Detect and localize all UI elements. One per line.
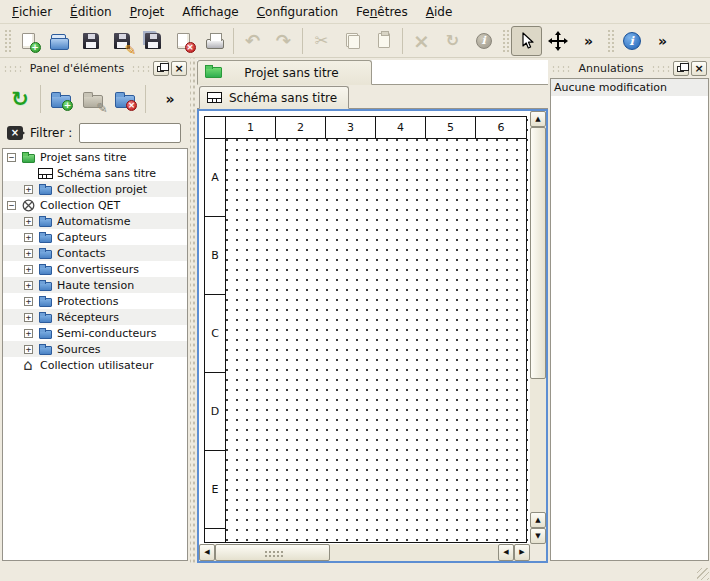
menu-fichier[interactable]: Fichier	[3, 0, 61, 23]
about-qet-button[interactable]: i	[616, 26, 647, 56]
save-button[interactable]	[75, 26, 106, 56]
close-panel-button[interactable]: ×	[691, 61, 707, 76]
horizontal-scrollbar: ◀ ◀ ▶	[199, 544, 546, 561]
delete-category-button[interactable]: ×	[109, 83, 141, 115]
expand-expander-icon[interactable]: +	[24, 313, 33, 322]
tree-item-convertisseurs[interactable]: +Convertisseurs	[3, 261, 187, 277]
float-panel-button[interactable]	[673, 61, 689, 76]
menu-aide[interactable]: Aide	[417, 0, 462, 23]
collapse-expander-icon[interactable]: −	[7, 201, 16, 210]
move-arrows-shape	[548, 31, 568, 51]
scroll-left-button[interactable]: ◀	[199, 544, 215, 561]
scrollbar-corner	[530, 544, 546, 561]
scroll-up-button[interactable]: ▲	[530, 111, 546, 127]
cursor-shape	[518, 32, 536, 50]
open-file-button[interactable]	[44, 26, 75, 56]
cut-button: ✂	[306, 26, 337, 56]
toolbar-handle[interactable]	[606, 28, 614, 54]
tree-item-projet-sans-titre[interactable]: −Projet sans titre	[3, 149, 187, 165]
project-tab-bar: Projet sans titre	[197, 60, 548, 85]
project-tab-label: Projet sans titre	[222, 66, 361, 80]
tree-item-collection-utilisateur[interactable]: ⌂Collection utilisateur	[3, 357, 187, 373]
size-grip-icon[interactable]	[697, 568, 709, 580]
tree-item-capteurs[interactable]: +Capteurs	[3, 229, 187, 245]
scroll-up-button-bottom[interactable]: ▲	[530, 512, 546, 528]
close-file-button[interactable]: ×	[168, 26, 199, 56]
copy-pages-shape	[346, 33, 360, 49]
expand-expander-icon[interactable]: +	[24, 297, 33, 306]
reload-collections-button[interactable]: ↻	[4, 83, 36, 115]
expand-expander-icon[interactable]: +	[24, 217, 33, 226]
chevron-glyph: »	[658, 34, 667, 48]
expand-expander-icon[interactable]: +	[24, 345, 33, 354]
cursor-icon	[515, 29, 539, 53]
save-icon	[79, 29, 103, 53]
new-category-button[interactable]: +	[45, 83, 77, 115]
expand-expander-icon[interactable]: +	[24, 233, 33, 242]
row-header-C: C	[205, 295, 225, 373]
toolbar-separator	[145, 85, 146, 113]
tree-item-contacts[interactable]: +Contacts	[3, 245, 187, 261]
help-overflow-button[interactable]: »	[647, 26, 678, 56]
tree-item-recepteurs[interactable]: +Récepteurs	[3, 309, 187, 325]
category-folder-icon	[39, 314, 52, 323]
tree-item-sources[interactable]: +Sources	[3, 341, 187, 357]
plus-badge-icon: +	[30, 42, 41, 53]
expand-expander-icon[interactable]: +	[24, 265, 33, 274]
move-mode-button[interactable]	[542, 26, 573, 56]
toolbar-handle[interactable]	[501, 28, 509, 54]
new-file-button[interactable]: +	[13, 26, 44, 56]
horizontal-scroll-thumb[interactable]	[215, 544, 330, 561]
scroll-left-button-right[interactable]: ◀	[498, 544, 514, 561]
expander-spacer	[24, 169, 33, 178]
scroll-right-button[interactable]: ▶	[514, 544, 530, 561]
tree-item-label: Schéma sans titre	[57, 167, 156, 180]
panel-splitter[interactable]	[190, 58, 197, 563]
schema-frame: 123456 ABCDE	[204, 116, 527, 543]
vertical-scroll-thumb[interactable]	[530, 127, 546, 379]
close-icon: ×	[174, 63, 183, 74]
save-all-button[interactable]	[137, 26, 168, 56]
floppy-stack-shape	[145, 33, 161, 49]
tree-item-collection-qet[interactable]: −Collection QET	[3, 197, 187, 213]
toolbar-handle[interactable]	[3, 28, 11, 54]
schema-canvas[interactable]: 123456 ABCDE	[199, 111, 530, 544]
menu-affichage[interactable]: Affichage	[173, 0, 247, 23]
scroll-down-button[interactable]: ▼	[530, 528, 546, 544]
expand-expander-icon[interactable]: +	[24, 249, 33, 258]
tree-item-semi-conducteurs[interactable]: +Semi-conducteurs	[3, 325, 187, 341]
expand-expander-icon[interactable]: +	[24, 185, 33, 194]
print-button[interactable]	[199, 26, 230, 56]
toolbar-separator	[233, 28, 234, 54]
tree-item-protections[interactable]: +Protections	[3, 293, 187, 309]
horizontal-scroll-track[interactable]	[330, 544, 498, 561]
menu-fenetres[interactable]: Fenêtres	[347, 0, 417, 23]
menu-projet[interactable]: Projet	[121, 0, 174, 23]
column-header-5: 5	[426, 117, 476, 138]
tab-project[interactable]: Projet sans titre	[197, 60, 372, 85]
float-panel-button[interactable]	[153, 61, 169, 76]
copy-button	[337, 26, 368, 56]
expand-expander-icon[interactable]: +	[24, 329, 33, 338]
save-as-button[interactable]: ✎	[106, 26, 137, 56]
expand-expander-icon[interactable]: +	[24, 281, 33, 290]
tree-item-collection-projet[interactable]: +Collection projet	[3, 181, 187, 197]
cross-badge-icon: ×	[126, 100, 137, 111]
panel-overflow-button[interactable]: »	[154, 83, 186, 115]
filter-input[interactable]	[79, 123, 181, 143]
tree-item-schema-sans-titre[interactable]: Schéma sans titre	[3, 165, 187, 181]
toolbar-separator	[402, 28, 403, 54]
select-mode-button[interactable]	[511, 26, 542, 56]
undo-list-item[interactable]: Aucune modification	[551, 79, 708, 96]
tree-item-haute-tension[interactable]: +Haute tension	[3, 277, 187, 293]
vertical-scroll-track[interactable]	[530, 379, 546, 512]
tree-item-automatisme[interactable]: +Automatisme	[3, 213, 187, 229]
menu-configuration[interactable]: Configuration	[248, 0, 347, 23]
close-panel-button[interactable]: ×	[171, 61, 187, 76]
clear-filter-button[interactable]: ×	[7, 126, 23, 140]
collapse-expander-icon[interactable]: −	[7, 153, 16, 162]
tools-overflow-button[interactable]: »	[573, 26, 604, 56]
category-folder-icon	[39, 218, 52, 227]
tab-schema[interactable]: Schéma sans titre	[199, 86, 349, 109]
menu-edition[interactable]: Édition	[61, 0, 121, 23]
